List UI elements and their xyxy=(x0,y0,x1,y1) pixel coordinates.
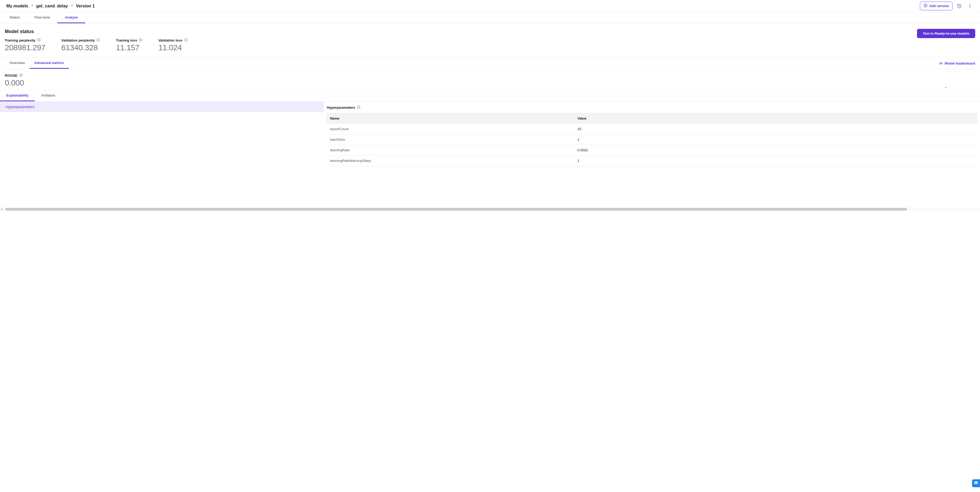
metric-value: 61340.328 xyxy=(61,43,100,52)
metric-training-perplexity: Training perplexity 208981.297 xyxy=(5,38,46,52)
explainability-left-nav: Hyperparameters xyxy=(0,102,323,207)
metric-value: 11.024 xyxy=(158,43,188,52)
panel-title: Hyperparameters xyxy=(327,106,355,110)
metric-value: 208981.297 xyxy=(5,43,46,52)
bar-chart-icon xyxy=(939,61,943,66)
metric-value: 0.000 xyxy=(5,78,975,87)
breadcrumb-item-0[interactable]: My models xyxy=(6,4,28,8)
add-version-label: Add version xyxy=(929,4,949,8)
info-icon[interactable] xyxy=(96,38,100,43)
table-row: learningRateWarmupSteps 1 xyxy=(326,156,977,166)
breadcrumb-item-2: Version 1 xyxy=(76,4,95,8)
info-icon[interactable] xyxy=(357,105,361,110)
svg-rect-20 xyxy=(942,62,942,64)
horizontal-scrollbar[interactable] xyxy=(0,207,980,211)
hyperparameters-table: Name Value epochCount 10 batchSize 1 lea… xyxy=(326,113,977,166)
breadcrumb: My models get_cand_delay Version 1 xyxy=(6,4,95,8)
table-row: learningRate 0.0002 xyxy=(326,145,977,156)
cell-name: batchSize xyxy=(326,134,574,145)
add-version-button[interactable]: Add version xyxy=(920,2,953,10)
metric-validation-perplexity: Validation perplexity 61340.328 xyxy=(61,38,100,52)
history-icon[interactable] xyxy=(956,2,963,10)
metric-training-loss: Training loss 11.157 xyxy=(116,38,142,52)
svg-rect-19 xyxy=(940,62,941,64)
metric-label: ROUGE xyxy=(5,73,18,78)
svg-point-14 xyxy=(140,39,141,40)
indicator-dot xyxy=(945,87,946,88)
metric-value: 11.157 xyxy=(116,43,142,52)
table-row: batchSize 1 xyxy=(326,134,977,145)
secondary-tabs: Overview Advanced metrics xyxy=(5,58,69,69)
secondary-bar: Overview Advanced metrics Model leaderbo… xyxy=(0,58,980,69)
model-leaderboard-link[interactable]: Model leaderboard xyxy=(939,61,975,66)
chat-fab[interactable] xyxy=(972,479,980,487)
metrics-row: Training perplexity 208981.297 Validatio… xyxy=(5,38,188,52)
cell-value: 1 xyxy=(574,156,977,166)
tab-overview[interactable]: Overview xyxy=(5,58,30,69)
metric-label: Training perplexity xyxy=(5,38,35,42)
svg-point-23 xyxy=(21,74,21,75)
svg-point-3 xyxy=(970,4,970,5)
topbar-actions: Add version xyxy=(920,2,974,10)
model-status-section: Model status Training perplexity 208981.… xyxy=(0,24,980,55)
scrollbar-thumb[interactable] xyxy=(5,208,907,211)
info-icon[interactable] xyxy=(184,38,188,43)
tab-fine-tune[interactable]: Fine-tune xyxy=(27,12,57,23)
chevron-right-icon xyxy=(70,4,74,8)
scroll-left-arrow-icon[interactable] xyxy=(0,207,4,211)
primary-tabs: Select Fine-tune Analyze xyxy=(0,12,980,24)
tab-select[interactable]: Select xyxy=(2,12,27,23)
tab-explainability[interactable]: Explainability xyxy=(0,90,35,101)
explainability-panel: Hyperparameters Hyperparameters Name Val… xyxy=(0,102,980,207)
col-value: Value xyxy=(574,113,977,124)
cell-name: epochCount xyxy=(326,124,574,134)
cell-name: learningRate xyxy=(326,145,574,156)
tab-analyze[interactable]: Analyze xyxy=(57,12,85,23)
chat-icon xyxy=(974,481,978,486)
cell-value: 1 xyxy=(574,134,977,145)
chevron-right-icon xyxy=(30,4,34,8)
metric-validation-loss: Validation loss 11.024 xyxy=(158,38,188,52)
svg-rect-18 xyxy=(940,63,940,64)
metric-label: Validation loss xyxy=(158,38,182,42)
svg-point-17 xyxy=(186,39,186,40)
cell-value: 10 xyxy=(574,124,977,134)
info-icon[interactable] xyxy=(139,38,142,43)
info-icon[interactable] xyxy=(37,38,41,43)
col-name: Name xyxy=(326,113,574,124)
hyperparameters-panel: Hyperparameters Name Value epochCount 10… xyxy=(323,102,980,207)
svg-point-11 xyxy=(98,39,98,40)
tertiary-tabs: Explainability Artifacts xyxy=(0,90,980,102)
plus-circle-icon xyxy=(923,3,928,8)
svg-point-4 xyxy=(970,6,970,6)
cell-value: 0.0002 xyxy=(574,145,977,156)
metric-label: Training loss xyxy=(116,38,137,42)
kebab-menu-icon[interactable] xyxy=(966,2,974,10)
model-leaderboard-label: Model leaderboard xyxy=(945,61,975,65)
svg-point-5 xyxy=(970,7,970,8)
left-nav-item-hyperparameters[interactable]: Hyperparameters xyxy=(0,102,323,112)
table-row: epochCount 10 xyxy=(326,124,977,134)
breadcrumb-item-1[interactable]: get_cand_delay xyxy=(36,4,68,8)
section-title: Model status xyxy=(5,29,188,34)
test-model-button[interactable]: Test in Ready-to-use models xyxy=(917,29,975,38)
info-icon[interactable] xyxy=(19,73,23,78)
tab-artifacts[interactable]: Artifacts xyxy=(35,90,62,101)
svg-rect-27 xyxy=(975,482,977,482)
cell-name: learningRateWarmupSteps xyxy=(326,156,574,166)
topbar: My models get_cand_delay Version 1 Add v… xyxy=(0,0,980,12)
metric-rouge: ROUGE 0.000 xyxy=(5,73,975,87)
metric-label: Validation perplexity xyxy=(61,38,95,42)
tab-advanced-metrics[interactable]: Advanced metrics xyxy=(30,58,69,69)
rouge-section: ROUGE 0.000 xyxy=(0,69,980,90)
